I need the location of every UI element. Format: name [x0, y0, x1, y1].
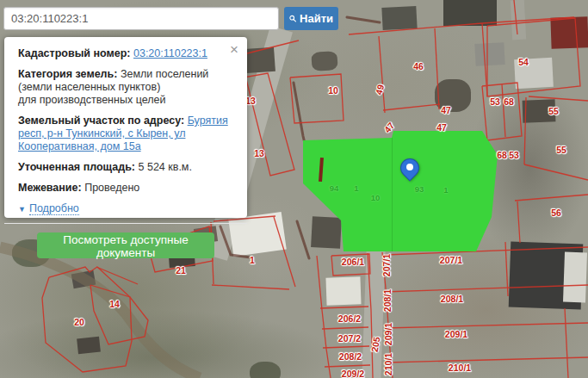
details-toggle[interactable]: ▼Подробно: [18, 202, 233, 216]
parcel-info-panel: × Кадастровый номер: 03:20:110223:1 Кате…: [4, 37, 247, 218]
cadastral-map-app: 4654536847554747491013136853555612114202…: [0, 0, 588, 378]
area-value: 5 524 кв.м.: [139, 161, 192, 173]
parcel-inner-line: [392, 138, 393, 251]
map-pin-icon: [400, 158, 419, 186]
search-icon: [289, 13, 296, 24]
land-category-value2: для производственных целей: [18, 94, 165, 106]
land-category-row: Категория земель: Земли поселений (земли…: [18, 68, 233, 107]
close-icon[interactable]: ×: [230, 42, 238, 57]
details-label: Подробно: [29, 202, 79, 215]
address-label: Земельный участок по адресу:: [18, 115, 184, 127]
cadastral-number-link[interactable]: 03:20:110223:1: [133, 47, 207, 59]
survey-row: Межевание: Проведено: [18, 182, 233, 195]
area-row: Уточненная площадь: 5 524 кв.м.: [18, 161, 233, 174]
view-documents-button[interactable]: Посмотреть доступные документы: [37, 232, 214, 258]
area-label: Уточненная площадь:: [18, 161, 135, 173]
land-category-label: Категория земель:: [18, 68, 117, 80]
cadastral-number-row: Кадастровый номер: 03:20:110223:1: [18, 47, 233, 60]
search-bar: Найти: [3, 7, 338, 30]
survey-value: Проведено: [84, 182, 139, 194]
search-input[interactable]: [3, 7, 279, 30]
map-pin-dot: [406, 164, 413, 170]
survey-label: Межевание:: [18, 182, 82, 194]
search-button[interactable]: Найти: [284, 7, 338, 30]
cadastral-number-label: Кадастровый номер:: [18, 47, 131, 59]
address-row: Земельный участок по адресу: Бурятия рес…: [18, 115, 233, 153]
chevron-down-icon: ▼: [18, 205, 26, 214]
panel-divider: [4, 223, 247, 224]
search-button-label: Найти: [300, 12, 333, 25]
